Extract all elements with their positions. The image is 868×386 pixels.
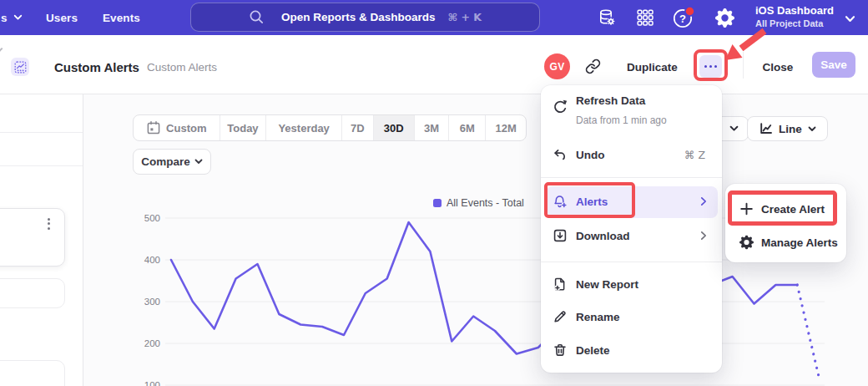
chevron-down-icon xyxy=(845,15,855,23)
svg-text:?: ? xyxy=(679,13,686,25)
date-range-today[interactable]: Today xyxy=(220,115,267,140)
duplicate-button[interactable]: Duplicate xyxy=(627,54,678,79)
alerts-menu-item[interactable]: Alerts xyxy=(541,185,722,218)
left-sidebar xyxy=(0,94,83,386)
nav-item-truncated[interactable]: s xyxy=(1,0,23,35)
report-header: Custom Alerts Custom Alerts GV Duplicate… xyxy=(0,35,868,94)
nav-item-truncated-label: s xyxy=(1,12,8,24)
menu-item-label: Download xyxy=(576,230,630,242)
date-range-7d[interactable]: 7D xyxy=(342,115,374,140)
date-range-label: Yesterday xyxy=(278,122,329,135)
plus-icon xyxy=(739,202,754,216)
chart-type-label: Line xyxy=(779,123,802,135)
date-range-custom[interactable]: Custom xyxy=(134,115,220,140)
date-range-label: 12M xyxy=(495,122,516,135)
nav-item-users-label: Users xyxy=(46,12,78,24)
chevron-right-icon xyxy=(700,231,707,241)
nav-item-events[interactable]: Events xyxy=(103,0,140,35)
refresh-icon xyxy=(553,99,568,114)
menu-item-label: Undo xyxy=(576,149,605,161)
undo-icon xyxy=(553,147,568,162)
date-range-control: CustomTodayYesterday7D30D3M6M12M xyxy=(133,114,527,141)
date-range-label: 7D xyxy=(351,122,365,135)
new-report-icon xyxy=(553,277,568,292)
date-range-label: 6M xyxy=(460,122,475,135)
date-range-label: 30D xyxy=(384,122,404,135)
apps-icon[interactable] xyxy=(631,0,659,35)
chevron-down-icon xyxy=(808,126,816,132)
header-separator xyxy=(743,52,744,79)
card-kebab-menu-icon[interactable] xyxy=(43,218,53,238)
sidebar-divider xyxy=(0,132,83,133)
chevron-down-icon xyxy=(729,125,739,132)
date-range-label: Today xyxy=(227,122,258,135)
breadcrumb: Custom Alerts xyxy=(147,61,217,74)
data-icon[interactable] xyxy=(593,0,621,35)
download-menu-item[interactable]: Download xyxy=(541,219,722,252)
menu-divider xyxy=(541,262,722,262)
top-navigation-bar: s Users Events Open Reports & Dashboards… xyxy=(0,0,868,35)
sidebar-card[interactable] xyxy=(0,278,65,308)
legend-label: All Events - Total xyxy=(447,197,524,209)
alerts-submenu: Create Alert Manage Alerts xyxy=(725,184,846,262)
sidebar-toggle-partial-icon[interactable] xyxy=(0,48,8,59)
menu-divider xyxy=(541,177,722,178)
save-label: Save xyxy=(820,58,847,71)
line-chart-icon xyxy=(759,122,773,135)
chart-type-button[interactable]: Line xyxy=(747,116,828,141)
chevron-down-icon xyxy=(194,159,203,165)
menu-item-label: Rename xyxy=(576,311,620,323)
date-range-6m[interactable]: 6M xyxy=(449,115,486,140)
sidebar-card[interactable] xyxy=(0,208,65,267)
delete-menu-item[interactable]: Delete xyxy=(541,333,722,367)
search-input[interactable]: Open Reports & Dashboards ⌘ + K xyxy=(190,3,540,32)
chevron-right-icon xyxy=(700,196,707,206)
submenu-item-label: Manage Alerts xyxy=(761,236,838,249)
calendar-icon xyxy=(146,120,161,135)
search-icon xyxy=(249,9,265,25)
avatar[interactable]: GV xyxy=(544,53,570,79)
compare-label: Compare xyxy=(141,155,190,168)
insights-report-icon xyxy=(11,58,29,76)
report-actions-menu: Refresh Data Data from 1 min ago Undo ⌘ … xyxy=(541,85,722,373)
project-name: iOS Dashboard xyxy=(755,4,834,17)
new-report-menu-item[interactable]: New Report xyxy=(541,267,722,301)
sidebar-card[interactable] xyxy=(0,360,65,386)
refresh-data-menu-item[interactable]: Refresh Data Data from 1 min ago xyxy=(541,89,722,139)
pencil-icon xyxy=(553,309,568,324)
undo-menu-item[interactable]: Undo ⌘ Z xyxy=(541,138,722,171)
chart-legend: All Events - Total xyxy=(433,197,524,209)
close-label: Close xyxy=(763,61,794,74)
help-icon[interactable]: ? xyxy=(669,0,698,35)
save-button[interactable]: Save xyxy=(812,52,855,78)
duplicate-label: Duplicate xyxy=(627,61,678,74)
settings-icon[interactable] xyxy=(710,0,739,35)
menu-item-label: Alerts xyxy=(576,196,608,208)
search-placeholder: Open Reports & Dashboards xyxy=(281,11,436,23)
search-shortcut: ⌘ + K xyxy=(448,11,482,23)
date-range-30d[interactable]: 30D xyxy=(374,115,415,140)
nav-item-events-label: Events xyxy=(103,12,140,24)
date-range-3m[interactable]: 3M xyxy=(415,115,450,140)
menu-item-label: Delete xyxy=(576,344,610,357)
create-alert-menu-item[interactable]: Create Alert xyxy=(725,192,846,226)
rename-menu-item[interactable]: Rename xyxy=(541,300,722,333)
menu-item-label: New Report xyxy=(576,278,638,291)
manage-alerts-menu-item[interactable]: Manage Alerts xyxy=(725,226,846,259)
nav-item-users[interactable]: Users xyxy=(46,0,78,35)
date-range-label: 3M xyxy=(424,122,439,135)
share-link-icon[interactable] xyxy=(585,58,601,74)
menu-item-label: Refresh Data xyxy=(576,94,645,107)
avatar-initials: GV xyxy=(550,61,565,73)
close-button[interactable]: Close xyxy=(758,54,798,79)
date-range-12m[interactable]: 12M xyxy=(486,115,526,140)
app-window: 500400300200100 All Events - Total Custo… xyxy=(0,0,868,386)
download-icon xyxy=(553,228,568,243)
compare-button[interactable]: Compare xyxy=(133,149,211,175)
more-actions-button[interactable] xyxy=(699,55,722,78)
submenu-item-label: Create Alert xyxy=(761,203,825,216)
menu-item-sublabel: Data from 1 min ago xyxy=(576,114,667,126)
gear-icon xyxy=(739,236,754,250)
sidebar-divider xyxy=(0,165,83,166)
date-range-yesterday[interactable]: Yesterday xyxy=(266,115,342,140)
